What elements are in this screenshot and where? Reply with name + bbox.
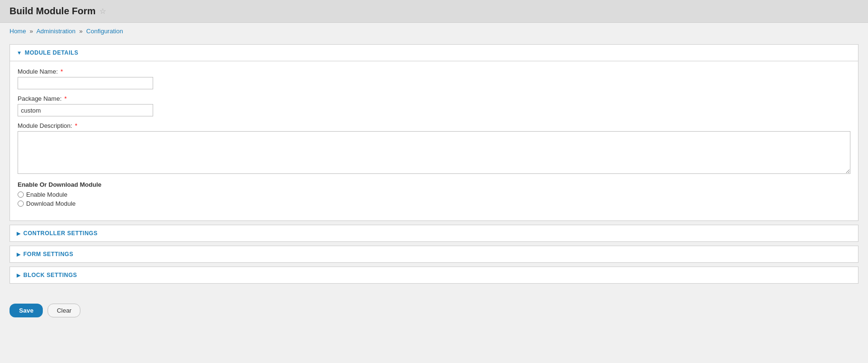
breadcrumb-home-link[interactable]: Home xyxy=(10,28,26,35)
block-settings-panel: ▶ BLOCK SETTINGS xyxy=(10,267,858,284)
download-module-radio[interactable] xyxy=(18,201,24,207)
enable-download-group: Enable Or Download Module Enable Module … xyxy=(18,181,850,207)
button-row: Save Clear xyxy=(0,297,868,324)
clear-button[interactable]: Clear xyxy=(48,304,80,317)
form-settings-header[interactable]: ▶ FORM SETTINGS xyxy=(10,246,858,262)
form-settings-title: FORM SETTINGS xyxy=(23,251,73,258)
breadcrumb-administration-link[interactable]: Administration xyxy=(36,28,75,35)
favorite-star-icon[interactable]: ☆ xyxy=(99,7,106,16)
package-name-label: Package Name: * xyxy=(18,95,850,102)
package-name-field: Package Name: * xyxy=(18,95,850,116)
main-content: ▼ MODULE DETAILS Module Name: * Package … xyxy=(0,39,868,297)
package-name-required: * xyxy=(64,95,67,102)
module-details-body: Module Name: * Package Name: * Module De… xyxy=(10,61,858,220)
page-title: Build Module Form xyxy=(10,6,96,17)
block-settings-title: BLOCK SETTINGS xyxy=(23,272,77,278)
module-details-panel: ▼ MODULE DETAILS Module Name: * Package … xyxy=(10,44,858,221)
module-name-input[interactable] xyxy=(18,77,153,89)
module-name-label: Module Name: * xyxy=(18,68,850,75)
breadcrumb-configuration-link[interactable]: Configuration xyxy=(86,28,123,35)
form-settings-toggle-icon: ▶ xyxy=(17,251,20,258)
download-module-option: Download Module xyxy=(18,200,850,207)
module-description-field: Module Description: * xyxy=(18,122,850,175)
controller-settings-panel: ▶ CONTROLLER SETTINGS xyxy=(10,225,858,242)
form-settings-panel: ▶ FORM SETTINGS xyxy=(10,246,858,263)
controller-settings-toggle-icon: ▶ xyxy=(17,230,20,237)
save-button[interactable]: Save xyxy=(10,304,43,317)
block-settings-toggle-icon: ▶ xyxy=(17,272,20,278)
breadcrumb: Home » Administration » Configuration xyxy=(0,23,868,39)
enable-module-radio[interactable] xyxy=(18,191,24,198)
breadcrumb-separator-1: » xyxy=(29,28,33,35)
enable-download-label: Enable Or Download Module xyxy=(18,181,850,188)
block-settings-header[interactable]: ▶ BLOCK SETTINGS xyxy=(10,267,858,283)
enable-module-option: Enable Module xyxy=(18,191,850,198)
module-details-title: MODULE DETAILS xyxy=(25,49,78,56)
module-description-textarea[interactable] xyxy=(18,131,850,174)
page-title-bar: Build Module Form ☆ xyxy=(0,0,868,23)
controller-settings-header[interactable]: ▶ CONTROLLER SETTINGS xyxy=(10,225,858,241)
enable-module-radio-label: Enable Module xyxy=(26,191,68,198)
breadcrumb-separator-2: » xyxy=(79,28,82,35)
package-name-input[interactable] xyxy=(18,104,153,116)
module-details-toggle-icon: ▼ xyxy=(17,50,22,56)
controller-settings-title: CONTROLLER SETTINGS xyxy=(23,230,98,237)
module-name-required: * xyxy=(60,68,63,75)
download-module-radio-label: Download Module xyxy=(26,200,76,207)
module-description-label: Module Description: * xyxy=(18,122,850,129)
module-details-header[interactable]: ▼ MODULE DETAILS xyxy=(10,45,858,61)
module-name-field: Module Name: * xyxy=(18,68,850,89)
module-description-required: * xyxy=(75,122,78,129)
